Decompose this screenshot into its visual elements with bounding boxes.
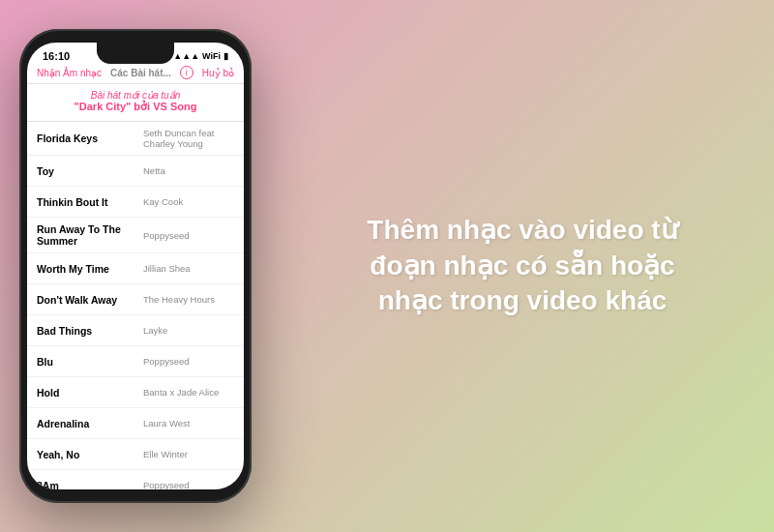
phone-screen: 16:10 ▲▲▲ WiFi ▮ Nhận Âm nhạc Các Bài há… — [27, 43, 244, 489]
song-title: Blu — [37, 356, 143, 368]
song-title: Hold — [37, 387, 143, 399]
battery-icon: ▮ — [223, 51, 228, 61]
song-artist: Jillian Shea — [143, 263, 234, 274]
page-container: 16:10 ▲▲▲ WiFi ▮ Nhận Âm nhạc Các Bài há… — [0, 0, 774, 532]
song-item[interactable]: 2AmPoppyseed — [27, 470, 244, 489]
song-artist: Netta — [143, 165, 234, 176]
song-of-week-banner: Bài hát mới của tuần "Dark City" bởi VS … — [27, 84, 244, 122]
song-artist: Poppyseed — [143, 480, 234, 489]
song-artist: The Heavy Hours — [143, 294, 234, 305]
song-item[interactable]: ToyNetta — [27, 156, 244, 187]
song-artist: Kay Cook — [143, 196, 234, 207]
nav-info-button[interactable]: i — [180, 66, 194, 79]
status-icons: ▲▲▲ WiFi ▮ — [173, 51, 228, 61]
song-item[interactable]: Worth My TimeJillian Shea — [27, 253, 244, 284]
song-title: Adrenalina — [37, 418, 143, 429]
song-item[interactable]: BluPoppyseed — [27, 346, 244, 377]
phone-wrapper: 16:10 ▲▲▲ WiFi ▮ Nhận Âm nhạc Các Bài há… — [19, 29, 252, 503]
banner-line2: "Dark City" bởi VS Song — [35, 101, 236, 113]
signal-icon: ▲▲▲ — [173, 51, 199, 61]
song-item[interactable]: Yeah, NoElle Winter — [27, 439, 244, 470]
song-title: 2Am — [37, 480, 143, 490]
song-title: Bad Things — [37, 325, 143, 337]
status-time: 16:10 — [43, 50, 70, 62]
song-item[interactable]: HoldBanta x Jade Alice — [27, 377, 244, 408]
nav-cancel-button[interactable]: Huỷ bỏ — [202, 68, 234, 78]
song-artist: Poppyseed — [143, 230, 234, 241]
song-item[interactable]: Don't Walk AwayThe Heavy Hours — [27, 284, 244, 315]
banner-line1: Bài hát mới của tuần — [35, 90, 236, 101]
song-artist: Seth Duncan feat Charley Young — [143, 128, 234, 149]
song-artist: Elle Winter — [143, 449, 234, 459]
song-item[interactable]: Florida KeysSeth Duncan feat Charley You… — [27, 122, 244, 156]
song-title: Thinkin Bout It — [37, 196, 143, 208]
song-title: Yeah, No — [37, 449, 143, 460]
song-title: Run Away To The Summer — [37, 223, 143, 247]
song-item[interactable]: AdrenalinaLaura West — [27, 408, 244, 439]
song-title: Don't Walk Away — [37, 294, 143, 306]
song-item[interactable]: Bad ThingsLayke — [27, 315, 244, 346]
nav-title: Các Bài hát... — [110, 68, 171, 78]
song-title: Toy — [37, 165, 143, 177]
song-artist: Poppyseed — [143, 356, 234, 367]
song-artist: Banta x Jade Alice — [143, 387, 234, 398]
song-item[interactable]: Thinkin Bout ItKay Cook — [27, 187, 244, 218]
nav-receive-music[interactable]: Nhận Âm nhạc — [37, 68, 102, 78]
phone-notch — [97, 43, 174, 64]
song-title: Florida Keys — [37, 133, 143, 144]
promo-text: Thêm nhạc vào video từ đoạn nhạc có sẵn … — [358, 213, 687, 318]
song-title: Worth My Time — [37, 263, 143, 275]
promo-text-area: Thêm nhạc vào video từ đoạn nhạc có sẵn … — [252, 213, 755, 318]
song-item[interactable]: Run Away To The SummerPoppyseed — [27, 218, 244, 253]
song-artist: Layke — [143, 325, 234, 336]
nav-bar: Nhận Âm nhạc Các Bài hát... i Huỷ bỏ — [27, 64, 244, 84]
song-artist: Laura West — [143, 418, 234, 429]
wifi-icon: WiFi — [202, 51, 221, 61]
song-list: Florida KeysSeth Duncan feat Charley You… — [27, 122, 244, 489]
